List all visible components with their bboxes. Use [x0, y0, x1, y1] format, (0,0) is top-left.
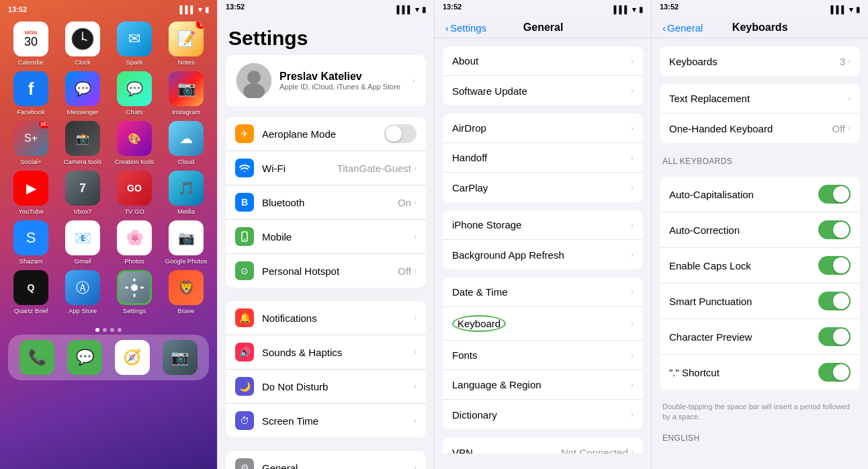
- settings-row-aeroplane[interactable]: ✈ Aeroplane Mode: [226, 117, 426, 151]
- general-row-dictionary[interactable]: Dictionary ›: [443, 400, 643, 429]
- general-row-software[interactable]: Software Update ›: [443, 76, 643, 105]
- app-shazam[interactable]: S Shazam: [8, 220, 54, 265]
- general-row-carplay[interactable]: CarPlay ›: [443, 173, 643, 202]
- app-messenger[interactable]: 💬 Messenger: [60, 71, 105, 116]
- app-media[interactable]: 🎵 Media: [163, 171, 209, 215]
- keyboards-row-count[interactable]: Keyboards 3 ›: [660, 46, 860, 76]
- general-row-airdrop[interactable]: AirDrop ›: [443, 114, 643, 143]
- app-gphotos[interactable]: 📷 Google Photos: [163, 220, 209, 265]
- dock-phone[interactable]: 📞: [19, 340, 54, 375]
- settings-row-hotspot[interactable]: ⊙ Personal Hotspot Off ›: [226, 254, 426, 288]
- app-tvgo[interactable]: GO TV GO: [112, 171, 157, 215]
- general-wifi-icon: ▾: [632, 5, 636, 14]
- keyboards-nav-title: Keyboards: [732, 22, 788, 34]
- general-section-4: Date & Time › Keyboard › Fonts › Languag…: [443, 278, 643, 429]
- keyboards-list: Keyboards 3 › Text Replacement › One-Han…: [652, 38, 868, 454]
- sounds-icon: 🔊: [235, 343, 254, 361]
- general-status-bar: 13:52 ▌▌▌ ▾ ▮: [435, 0, 651, 16]
- app-appstore[interactable]: Ⓐ App Store: [60, 270, 105, 314]
- app-notes[interactable]: 📝 1 Notes: [163, 22, 209, 66]
- keyboards-time: 13:52: [660, 3, 679, 16]
- settings-row-dnd[interactable]: 🌙 Do Not Disturb ›: [226, 370, 426, 404]
- general-row-about[interactable]: About ›: [443, 46, 643, 76]
- autocap-label: Auto-Capitalisation: [669, 189, 818, 200]
- settings-section-display: ⚙ General › ⊞ Control Centre › ☀ Display…: [226, 451, 426, 469]
- settings-row-sounds[interactable]: 🔊 Sounds & Haptics ›: [226, 335, 426, 370]
- smartpunct-toggle[interactable]: [818, 292, 851, 310]
- general-back-button[interactable]: ‹ Settings: [445, 22, 486, 34]
- keyboards-row-textreplacement[interactable]: Text Replacement ›: [660, 84, 860, 114]
- app-facebook[interactable]: f Facebook: [8, 71, 54, 116]
- page-dot-1[interactable]: [95, 328, 99, 332]
- charpreview-toggle[interactable]: [818, 327, 851, 346]
- page-dot-4[interactable]: [118, 328, 122, 332]
- keyboards-row-charpreview[interactable]: Character Preview: [660, 319, 860, 355]
- keyboards-back-button[interactable]: ‹ General: [662, 22, 703, 34]
- general-panel: 13:52 ▌▌▌ ▾ ▮ ‹ Settings General About ›…: [434, 0, 651, 469]
- screentime-chevron: ›: [414, 416, 417, 425]
- general-row-fonts[interactable]: Fonts ›: [443, 341, 643, 370]
- autocap-toggle[interactable]: [818, 185, 851, 204]
- app-chats[interactable]: 💬 Chats: [112, 71, 157, 116]
- app-gmail[interactable]: 📧 Gmail: [60, 220, 105, 265]
- settings-row-screentime[interactable]: ⏱ Screen Time ›: [226, 404, 426, 437]
- keyboards-row-capslock[interactable]: Enable Caps Lock: [660, 248, 860, 284]
- aeroplane-toggle[interactable]: [384, 124, 417, 143]
- text-replacement-label: Text Replacement: [669, 93, 848, 104]
- app-spark-label: Spark: [126, 58, 143, 66]
- general-row-language[interactable]: Language & Region ›: [443, 370, 643, 400]
- general-row-keyboard[interactable]: Keyboard ›: [443, 307, 643, 341]
- app-quartz[interactable]: Q Quartz Brief: [8, 270, 54, 314]
- settings-row-bluetooth[interactable]: B Bluetooth On ›: [226, 185, 426, 220]
- app-spark[interactable]: ✉ Spark: [112, 22, 157, 66]
- dock-camera[interactable]: 📷: [163, 340, 198, 375]
- app-camera-tools[interactable]: 📸 Camera tools: [60, 121, 105, 165]
- app-instagram[interactable]: 📷 Instagram: [163, 71, 209, 116]
- general-chevron: ›: [414, 463, 417, 469]
- app-cloud[interactable]: ☁ Cloud: [163, 121, 209, 165]
- app-calendar[interactable]: MON 30 Calendar: [8, 22, 54, 66]
- settings-row-wifi[interactable]: Wi-Fi TitanGate-Guest ›: [226, 151, 426, 185]
- app-photos[interactable]: 🌸 Photos: [112, 220, 157, 265]
- app-row-6: Q Quartz Brief Ⓐ App Store: [8, 270, 209, 314]
- page-dot-2[interactable]: [103, 328, 107, 332]
- page-dot-3[interactable]: [110, 328, 114, 332]
- app-youtube[interactable]: ▶ YouTube: [8, 171, 54, 215]
- app-clock[interactable]: Clock: [60, 22, 105, 66]
- general-nav-bar: ‹ Settings General: [435, 16, 651, 38]
- shortcut-toggle[interactable]: [818, 363, 851, 382]
- settings-status-icons: ▌▌▌ ▾ ▮: [397, 3, 426, 16]
- keyboards-row-shortcut[interactable]: "." Shortcut: [660, 355, 860, 390]
- profile-row[interactable]: Preslav Kateliev Apple ID, iCloud, iTune…: [226, 55, 426, 106]
- settings-panel: 13:52 ▌▌▌ ▾ ▮ Settings Preslav Kateliev …: [217, 0, 434, 469]
- keyboards-row-autocorrect[interactable]: Auto-Correction: [660, 212, 860, 248]
- app-brave[interactable]: 🦁 Brave: [163, 270, 209, 314]
- app-row-4: ▶ YouTube 7 Vbox7 GO TV GO 🎵 Med: [8, 171, 209, 215]
- bluetooth-value: On: [398, 197, 411, 208]
- dock-safari[interactable]: 🧭: [115, 340, 150, 375]
- general-row-vpn[interactable]: VPN Not Connected ›: [443, 437, 643, 454]
- aeroplane-label: Aeroplane Mode: [262, 128, 384, 140]
- keyboards-row-smartpunct[interactable]: Smart Punctuation: [660, 284, 860, 319]
- keyboards-row-onehanded[interactable]: One-Handed Keyboard Off ›: [660, 114, 860, 143]
- settings-wifi: ▾: [415, 5, 419, 14]
- dock-messages[interactable]: 💬: [67, 340, 102, 375]
- app-social[interactable]: S+ 167 Social+: [8, 121, 54, 165]
- app-tvgo-label: TV GO: [124, 208, 144, 215]
- capslock-toggle[interactable]: [818, 256, 851, 275]
- settings-row-general[interactable]: ⚙ General ›: [226, 451, 426, 469]
- general-row-storage[interactable]: iPhone Storage ›: [443, 210, 643, 240]
- keyboards-row-autocap[interactable]: Auto-Capitalisation: [660, 177, 860, 212]
- general-row-datetime[interactable]: Date & Time ›: [443, 278, 643, 307]
- app-settings[interactable]: Settings: [112, 270, 157, 314]
- profile-subtitle: Apple ID, iCloud, iTunes & App Store: [279, 83, 404, 91]
- settings-row-mobile[interactable]: Mobile ›: [226, 220, 426, 254]
- settings-row-notifications[interactable]: 🔔 Notifications ›: [226, 301, 426, 335]
- app-vbox[interactable]: 7 Vbox7: [60, 171, 105, 215]
- general-row-bgrefresh[interactable]: Background App Refresh ›: [443, 240, 643, 269]
- general-row-handoff[interactable]: Handoff ›: [443, 143, 643, 173]
- hotspot-icon: ⊙: [235, 261, 254, 280]
- app-brave-label: Brave: [178, 307, 195, 314]
- autocorrect-toggle[interactable]: [818, 220, 851, 239]
- app-creation-tools[interactable]: 🎨 Creation tools: [112, 121, 157, 165]
